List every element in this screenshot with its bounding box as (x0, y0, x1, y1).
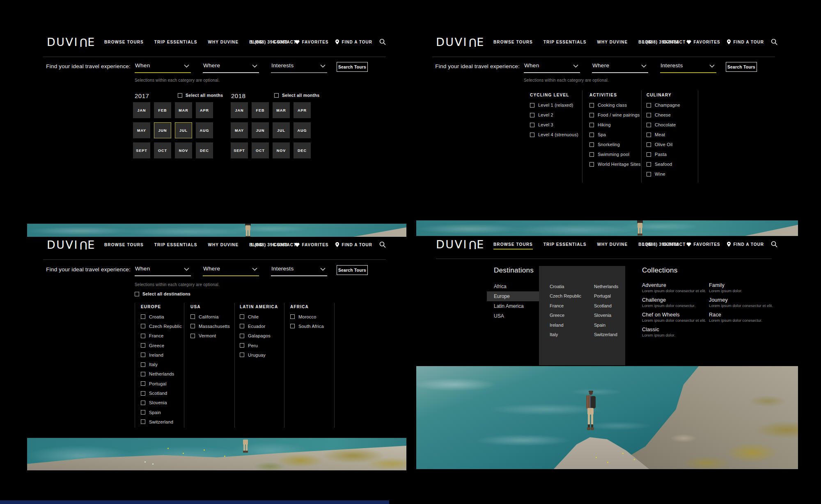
checkbox-item[interactable]: Hiking (589, 120, 641, 130)
checkbox-item[interactable]: Uruguay (240, 350, 278, 360)
favorites-link[interactable]: FAVORITES (686, 242, 720, 247)
search-icon[interactable] (771, 241, 777, 247)
checkbox-item[interactable]: Switzerland (141, 417, 182, 426)
collection-item[interactable]: FamilyLorem ipsum dolor. (709, 282, 773, 293)
checkbox[interactable] (240, 314, 244, 319)
nav-item[interactable]: TRIP ESSENTIALS (544, 40, 587, 44)
checkbox-item[interactable]: Pasta (647, 149, 680, 159)
nav-item[interactable]: TRIP ESSENTIALS (544, 242, 587, 247)
checkbox[interactable] (141, 410, 145, 415)
collection-item[interactable]: JourneyLorem ipsum dolor conesectur et e… (709, 297, 773, 308)
checkbox[interactable] (141, 372, 145, 376)
month-tile[interactable]: JAN (133, 102, 150, 118)
when-dropdown[interactable]: When (524, 59, 580, 73)
checkbox[interactable] (141, 314, 145, 319)
checkbox[interactable] (589, 142, 594, 147)
checkbox[interactable] (647, 113, 651, 117)
checkbox-item[interactable]: Meat (647, 130, 680, 140)
month-tile[interactable]: JUN (252, 122, 269, 138)
interests-dropdown[interactable]: Interests (660, 59, 716, 73)
checkbox[interactable] (589, 103, 594, 108)
checkbox-item[interactable]: Cooking class (589, 100, 641, 110)
search-tours-button[interactable]: Search Tours (726, 62, 757, 72)
phone-number[interactable]: 1 (888) 396-5383 (642, 39, 679, 44)
region-menu-item[interactable]: USA (487, 311, 539, 321)
select-all-destinations[interactable]: Select all destinations (135, 291, 190, 296)
phone-number[interactable]: 1 (888) 396-5383 (250, 39, 287, 44)
country-link[interactable]: Italy (550, 330, 581, 340)
checkbox-item[interactable]: Chile (240, 312, 278, 321)
country-link[interactable]: Portugal (594, 291, 618, 301)
checkbox[interactable] (589, 113, 594, 117)
logo[interactable]: DUVIUE (436, 36, 485, 48)
interests-dropdown[interactable]: Interests (271, 59, 327, 73)
checkbox-item[interactable]: France (141, 331, 182, 341)
month-tile[interactable]: MAY (231, 122, 248, 138)
country-link[interactable]: France (550, 301, 581, 311)
month-tile[interactable]: AUG (294, 122, 311, 138)
interests-dropdown[interactable]: Interests (271, 262, 327, 276)
phone-number[interactable]: 1 (888) 396-5383 (642, 242, 679, 247)
nav-item[interactable]: BROWSE TOURS (493, 40, 533, 44)
search-icon[interactable] (379, 241, 386, 248)
checkbox-item[interactable]: Massachusetts (190, 321, 230, 331)
collection-item[interactable]: ChallengeLorem ipsum dolor conesectur. (642, 297, 706, 308)
checkbox-item[interactable]: California (190, 312, 230, 321)
checkbox-item[interactable]: Vermont (190, 331, 230, 341)
logo[interactable]: DUVIUE (47, 36, 96, 48)
month-tile[interactable]: NOV (273, 142, 290, 158)
search-icon[interactable] (379, 39, 386, 45)
checkbox-item[interactable]: Chocolate (647, 120, 680, 130)
nav-item[interactable]: WHY DUVINE (208, 243, 239, 247)
find-a-tour-link[interactable]: FIND A TOUR (727, 242, 764, 247)
checkbox[interactable] (647, 123, 651, 127)
checkbox[interactable] (647, 142, 651, 147)
checkbox-item[interactable]: Swimming pool (589, 149, 641, 159)
checkbox-item[interactable]: Spain (141, 408, 182, 417)
search-icon[interactable] (771, 39, 777, 45)
checkbox[interactable] (141, 391, 145, 396)
month-tile[interactable]: JUN (154, 122, 171, 138)
checkbox-item[interactable]: Ireland (141, 350, 182, 360)
region-menu-item[interactable]: Europe (487, 291, 539, 301)
month-tile[interactable]: JUL (273, 122, 290, 138)
checkbox-item[interactable]: Snorkeling (589, 140, 641, 149)
checkbox[interactable] (589, 162, 594, 167)
month-tile[interactable]: OCT (154, 142, 171, 158)
country-link[interactable]: Scotland (594, 301, 618, 311)
month-tile[interactable]: MAR (175, 102, 192, 118)
checkbox[interactable] (141, 419, 145, 424)
checkbox[interactable] (647, 172, 651, 176)
checkbox[interactable] (290, 324, 295, 328)
nav-item[interactable]: WHY DUVINE (597, 242, 628, 247)
region-menu-item[interactable]: Africa (487, 282, 539, 291)
checkbox[interactable] (141, 381, 145, 386)
collection-item[interactable]: Chef on WheelsLorem ipsum dolor conesect… (642, 312, 706, 323)
collection-item[interactable]: RaceLorem ipsum dolor conesectur. (709, 312, 773, 323)
month-tile[interactable]: SEPT (231, 142, 248, 158)
month-tile[interactable]: NOV (175, 142, 192, 158)
checkbox-item[interactable]: Croatia (141, 312, 182, 321)
checkbox[interactable] (141, 401, 145, 405)
checkbox[interactable] (290, 314, 295, 319)
checkbox[interactable] (589, 133, 594, 137)
phone-number[interactable]: 1 (888) 396-5383 (250, 242, 287, 247)
checkbox-item[interactable]: Food / wine pairings (589, 110, 641, 120)
checkbox-item[interactable]: Czech Republic (141, 321, 182, 331)
checkbox-item[interactable]: Champagne (647, 100, 680, 110)
country-link[interactable]: Czech Republic (550, 291, 581, 301)
checkbox-item[interactable]: Level 2 (530, 110, 578, 120)
collection-item[interactable]: ClassicLorem ipsum dolor. (642, 327, 706, 338)
month-tile[interactable]: DEC (196, 142, 213, 158)
nav-item[interactable]: TRIP ESSENTIALS (154, 243, 197, 247)
logo[interactable]: DUVIUE (436, 238, 485, 251)
checkbox[interactable] (141, 334, 145, 338)
checkbox[interactable] (530, 123, 534, 127)
checkbox[interactable] (589, 152, 594, 157)
checkbox[interactable] (190, 324, 195, 328)
checkbox[interactable] (240, 343, 244, 348)
month-tile[interactable]: FEB (154, 102, 171, 118)
checkbox-item[interactable]: Level 4 (strenuous) (530, 130, 578, 140)
nav-item[interactable]: TRIP ESSENTIALS (154, 40, 197, 44)
checkbox-item[interactable]: Cheese (647, 110, 680, 120)
